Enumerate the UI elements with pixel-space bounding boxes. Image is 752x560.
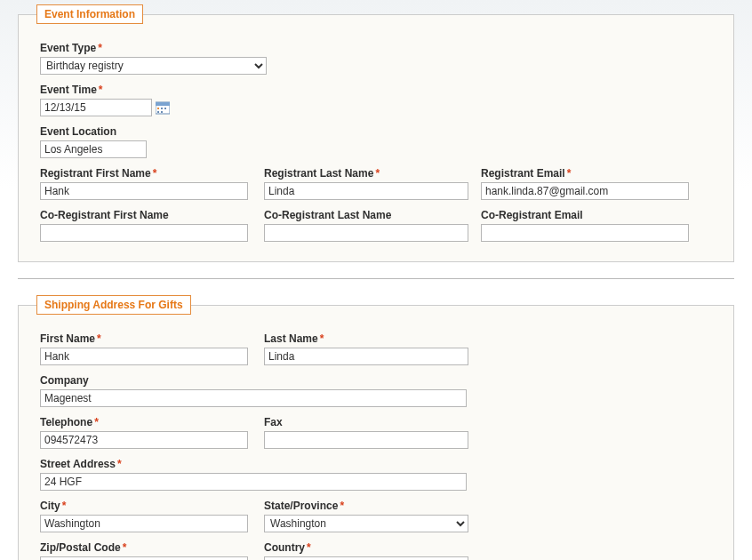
registrant-email-input[interactable] [481, 182, 689, 200]
state-select[interactable]: Washington [264, 515, 468, 532]
svg-rect-6 [161, 111, 163, 113]
event-location-input[interactable] [40, 140, 147, 158]
country-select[interactable]: United States [264, 556, 468, 560]
svg-rect-1 [156, 102, 170, 106]
co-registrant-email-label: Co-Registrant Email [481, 209, 689, 221]
co-registrant-first-name-input[interactable] [40, 224, 248, 242]
street-address-input[interactable] [40, 473, 467, 491]
event-information-fieldset: Event Information Event Type* Birthday r… [18, 4, 734, 262]
country-label: Country* [264, 541, 465, 554]
co-registrant-last-name-label: Co-Registrant Last Name [264, 209, 465, 221]
fax-label: Fax [264, 416, 465, 428]
registrant-first-name-label: Registrant First Name* [40, 167, 248, 180]
company-input[interactable] [40, 389, 467, 407]
telephone-input[interactable] [40, 431, 248, 449]
calendar-icon[interactable] [156, 100, 170, 115]
svg-rect-4 [164, 108, 166, 109]
shipping-address-legend: Shipping Address For Gifts [36, 295, 191, 315]
registrant-last-name-label: Registrant Last Name* [264, 167, 465, 180]
registrant-email-label: Registrant Email* [481, 167, 689, 180]
event-time-input[interactable] [40, 99, 152, 116]
company-label: Company [40, 374, 467, 387]
co-registrant-last-name-input[interactable] [264, 224, 468, 242]
city-label: City* [40, 500, 248, 512]
last-name-label: Last Name* [264, 332, 465, 345]
telephone-label: Telephone* [40, 416, 248, 428]
registrant-last-name-input[interactable] [264, 182, 468, 200]
event-type-label: Event Type* [40, 42, 267, 54]
co-registrant-first-name-label: Co-Registrant First Name [40, 209, 248, 221]
svg-rect-5 [157, 111, 159, 113]
svg-rect-2 [157, 108, 159, 109]
first-name-label: First Name* [40, 332, 248, 345]
city-input[interactable] [40, 515, 248, 532]
first-name-input[interactable] [40, 348, 248, 365]
event-type-select[interactable]: Birthday registry [40, 57, 267, 75]
last-name-input[interactable] [264, 348, 468, 365]
svg-rect-3 [161, 108, 163, 109]
state-label: State/Province* [264, 500, 465, 512]
co-registrant-email-input[interactable] [481, 224, 689, 242]
zip-label: Zip/Postal Code* [40, 541, 248, 554]
section-divider [18, 278, 734, 279]
zip-input[interactable] [40, 556, 248, 560]
event-information-legend: Event Information [36, 4, 143, 24]
fax-input[interactable] [264, 431, 468, 449]
event-time-label: Event Time* [40, 84, 170, 96]
event-location-label: Event Location [40, 125, 147, 138]
street-address-label: Street Address* [40, 458, 467, 470]
shipping-address-fieldset: Shipping Address For Gifts First Name* L… [18, 295, 734, 560]
registrant-first-name-input[interactable] [40, 182, 248, 200]
